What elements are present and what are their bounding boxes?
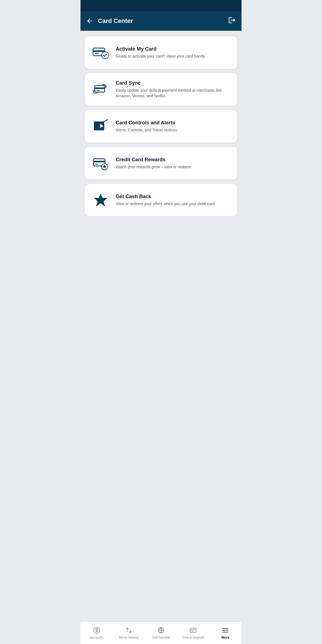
nav-check-deposit[interactable]: Check Deposit xyxy=(177,622,209,644)
back-button[interactable] xyxy=(86,17,93,25)
rewards-item[interactable]: Credit Card Rewards Watch your rewards g… xyxy=(85,147,237,179)
nav-move-money-label: Move Money xyxy=(119,636,138,640)
card-controls-text: Card Controls and Alerts Alerts, Control… xyxy=(116,120,231,133)
activate-card-icon xyxy=(91,42,111,63)
rewards-desc: Watch your rewards grow – view or redeem… xyxy=(116,164,231,170)
cashback-title: Get Cash Back xyxy=(116,194,231,200)
page-title: Card Center xyxy=(98,17,133,25)
dollar-circle-icon xyxy=(93,626,101,634)
svg-marker-13 xyxy=(94,193,107,206)
card-controls-title: Card Controls and Alerts xyxy=(116,120,231,126)
cashback-text: Get Cash Back View or redeem your offers… xyxy=(116,194,231,207)
menu-icon xyxy=(221,626,229,634)
activate-card-text: Activate My Card Ready to activate your … xyxy=(116,46,231,59)
svg-rect-6 xyxy=(97,90,100,91)
cash-back-icon xyxy=(91,190,111,210)
card-sync-text: Card Sync Easily update your default pay… xyxy=(116,80,231,99)
nav-check-deposit-label: Check Deposit xyxy=(182,636,204,640)
rewards-title: Credit Card Rewards xyxy=(116,157,231,163)
nav-self-service-label: Self-Service xyxy=(152,636,170,640)
card-sync-item[interactable]: Card Sync Easily update your default pay… xyxy=(85,73,237,106)
bottom-nav: Accounts Move Money Self-Service xyxy=(80,622,242,644)
cashback-item[interactable]: Get Cash Back View or redeem your offers… xyxy=(85,184,237,216)
header: Card Center xyxy=(80,11,242,31)
activate-card-desc: Ready to activate your card? Have your c… xyxy=(116,54,231,59)
rewards-text: Credit Card Rewards Watch your rewards g… xyxy=(116,157,231,170)
activate-card-title: Activate My Card xyxy=(116,46,231,52)
logout-button[interactable] xyxy=(228,16,236,26)
card-controls-desc: Alerts, Controls, and Travel Notices xyxy=(116,127,231,133)
credit-card-rewards-icon xyxy=(91,153,111,173)
main-content: Activate My Card Ready to activate your … xyxy=(80,31,242,644)
transfer-icon xyxy=(125,626,133,634)
nav-more-label: More xyxy=(221,636,229,640)
card-controls-item[interactable]: Card Controls and Alerts Alerts, Control… xyxy=(85,110,237,143)
check-deposit-icon xyxy=(189,626,197,634)
cashback-desc: View or redeem your offers when you use … xyxy=(116,201,231,207)
svg-rect-11 xyxy=(95,164,98,165)
header-left: Card Center xyxy=(86,17,133,25)
card-sync-desc: Easily update your default payment metho… xyxy=(116,88,231,99)
activate-card-item[interactable]: Activate My Card Ready to activate your … xyxy=(85,36,237,69)
svg-rect-10 xyxy=(93,161,105,162)
card-sync-icon xyxy=(91,79,111,100)
card-sync-title: Card Sync xyxy=(116,80,231,86)
nav-accounts-label: Accounts xyxy=(90,636,103,640)
svg-rect-2 xyxy=(95,53,99,54)
nav-accounts[interactable]: Accounts xyxy=(80,622,113,644)
nav-more[interactable]: More xyxy=(209,622,242,644)
svg-line-8 xyxy=(104,120,107,121)
nav-move-money[interactable]: Move Money xyxy=(113,622,145,644)
svg-rect-5 xyxy=(95,87,105,89)
svg-rect-16 xyxy=(190,628,196,632)
card-controls-icon xyxy=(91,116,111,136)
status-bar xyxy=(80,0,242,11)
nav-self-service[interactable]: Self-Service xyxy=(145,622,177,644)
self-service-icon xyxy=(157,626,165,634)
svg-rect-1 xyxy=(93,50,105,52)
